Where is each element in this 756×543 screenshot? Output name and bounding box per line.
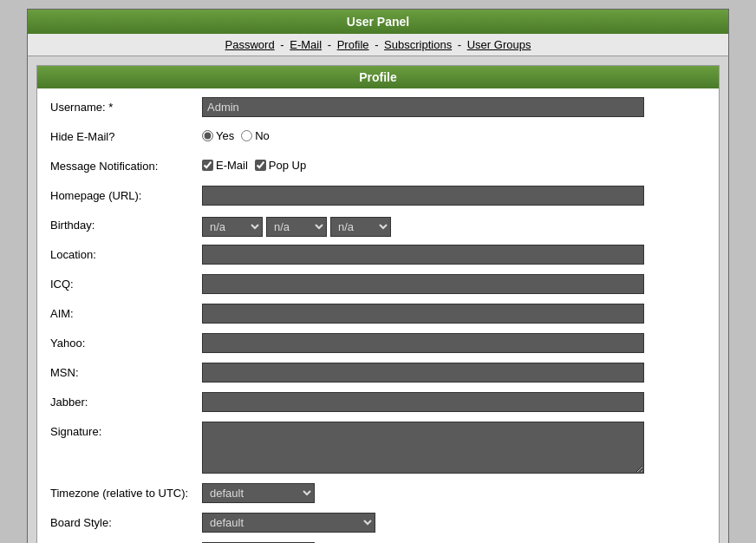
- yahoo-input[interactable]: [202, 333, 644, 353]
- signature-row: Signature:: [50, 422, 706, 476]
- inner-title: Profile: [359, 70, 397, 84]
- hide-email-label: Hide E-Mail?: [50, 127, 202, 143]
- nav-usergroups[interactable]: User Groups: [467, 38, 531, 51]
- nav-subscriptions[interactable]: Subscriptions: [384, 38, 452, 51]
- aim-input[interactable]: [202, 304, 644, 324]
- board-style-select[interactable]: default: [202, 513, 375, 533]
- message-notification-popup-checkbox[interactable]: [255, 160, 266, 171]
- message-notification-popup-text: Pop Up: [269, 159, 306, 172]
- panel-header: User Panel: [28, 10, 728, 34]
- birthday-day-select[interactable]: n/a: [266, 217, 327, 237]
- message-notification-email-checkbox[interactable]: [202, 160, 213, 171]
- aim-control: [202, 304, 706, 324]
- message-notification-checkbox-group: E-Mail Pop Up: [202, 156, 706, 172]
- inner-panel: Profile Username: * Hide E-Mail? Yes: [36, 65, 720, 543]
- message-notification-email-label[interactable]: E-Mail: [202, 159, 248, 172]
- homepage-row: Homepage (URL):: [50, 186, 706, 208]
- message-notification-email-text: E-Mail: [216, 159, 248, 172]
- board-style-row: Board Style: default: [50, 513, 706, 535]
- jabber-input[interactable]: [202, 392, 644, 412]
- icq-row: ICQ:: [50, 274, 706, 297]
- timezone-label: Timezone (relative to UTC):: [50, 483, 202, 500]
- yahoo-label: Yahoo:: [50, 333, 202, 350]
- location-input[interactable]: [202, 245, 644, 265]
- inner-header: Profile: [37, 66, 719, 88]
- hide-email-row: Hide E-Mail? Yes No: [50, 127, 706, 149]
- board-style-control: default: [202, 513, 706, 533]
- outer-panel: User Panel Password - E-Mail - Profile -…: [27, 9, 729, 543]
- hide-email-no-text: No: [255, 129, 270, 142]
- homepage-input[interactable]: [202, 186, 644, 206]
- username-label: Username: *: [50, 97, 202, 114]
- form-content: Username: * Hide E-Mail? Yes: [37, 88, 719, 543]
- timezone-select[interactable]: default: [202, 483, 315, 503]
- timezone-control: default: [202, 483, 706, 503]
- hide-email-radio-group: Yes No: [202, 127, 706, 142]
- signature-label: Signature:: [50, 422, 202, 438]
- hide-email-no-radio[interactable]: [241, 130, 252, 141]
- location-row: Location:: [50, 245, 706, 267]
- nav-email[interactable]: E-Mail: [290, 38, 322, 51]
- hide-email-yes-label[interactable]: Yes: [202, 129, 234, 142]
- username-input[interactable]: [202, 97, 644, 117]
- aim-row: AIM:: [50, 304, 706, 326]
- yahoo-row: Yahoo:: [50, 333, 706, 356]
- hide-email-no-label[interactable]: No: [241, 129, 270, 142]
- jabber-label: Jabber:: [50, 392, 202, 409]
- aim-label: AIM:: [50, 304, 202, 320]
- board-style-label: Board Style:: [50, 513, 202, 529]
- hide-email-control: Yes No: [202, 127, 706, 142]
- message-notification-row: Message Notification: E-Mail Pop Up: [50, 156, 706, 179]
- nav-profile[interactable]: Profile: [337, 38, 369, 51]
- panel-title: User Panel: [347, 15, 409, 29]
- icq-input[interactable]: [202, 274, 644, 294]
- username-row: Username: *: [50, 97, 706, 120]
- location-label: Location:: [50, 245, 202, 261]
- signature-control: [202, 422, 706, 476]
- jabber-row: Jabber:: [50, 392, 706, 415]
- birthday-month-select[interactable]: n/a: [202, 217, 263, 237]
- location-control: [202, 245, 706, 265]
- message-notification-popup-label[interactable]: Pop Up: [255, 159, 306, 172]
- message-notification-label: Message Notification:: [50, 156, 202, 173]
- homepage-label: Homepage (URL):: [50, 186, 202, 202]
- msn-control: [202, 363, 706, 383]
- homepage-control: [202, 186, 706, 206]
- birthday-row: Birthday: n/a n/a n/a: [50, 215, 706, 238]
- username-control: [202, 97, 706, 117]
- icq-label: ICQ:: [50, 274, 202, 291]
- birthday-label: Birthday:: [50, 215, 202, 232]
- signature-textarea[interactable]: [202, 422, 644, 474]
- message-notification-control: E-Mail Pop Up: [202, 156, 706, 172]
- birthday-group: n/a n/a n/a: [202, 215, 706, 237]
- msn-label: MSN:: [50, 363, 202, 379]
- timezone-row: Timezone (relative to UTC): default: [50, 483, 706, 506]
- yahoo-control: [202, 333, 706, 353]
- msn-input[interactable]: [202, 363, 644, 383]
- birthday-control: n/a n/a n/a: [202, 215, 706, 237]
- nav-bar: Password - E-Mail - Profile - Subscripti…: [28, 34, 728, 56]
- nav-password[interactable]: Password: [225, 38, 275, 51]
- msn-row: MSN:: [50, 363, 706, 385]
- hide-email-yes-text: Yes: [216, 129, 234, 142]
- icq-control: [202, 274, 706, 294]
- jabber-control: [202, 392, 706, 412]
- hide-email-yes-radio[interactable]: [202, 130, 213, 141]
- birthday-year-select[interactable]: n/a: [330, 217, 391, 237]
